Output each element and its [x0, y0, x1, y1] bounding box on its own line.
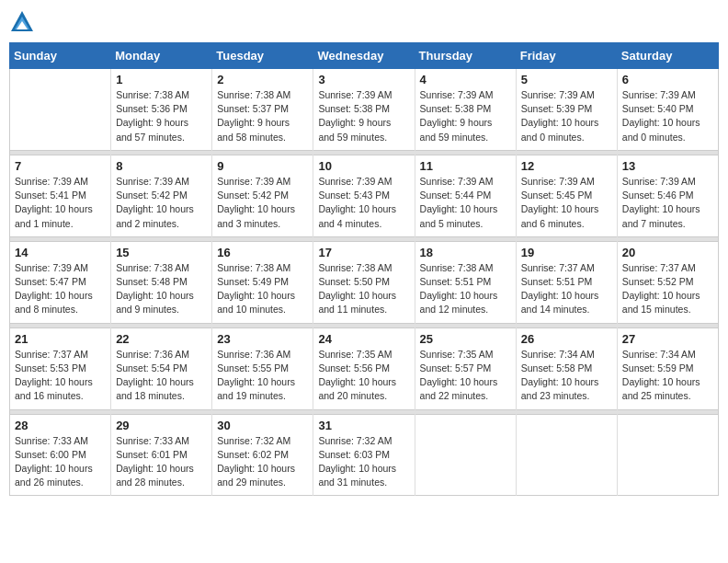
- day-info: Sunrise: 7:39 AMSunset: 5:45 PMDaylight:…: [521, 175, 612, 231]
- day-number: 27: [622, 332, 713, 346]
- day-number: 12: [521, 159, 612, 173]
- day-number: 24: [318, 332, 409, 346]
- calendar-cell: [516, 414, 617, 496]
- calendar-cell: 25Sunrise: 7:35 AMSunset: 5:57 PMDayligh…: [415, 327, 516, 409]
- day-number: 18: [420, 246, 511, 259]
- day-number: 15: [116, 246, 207, 259]
- day-info: Sunrise: 7:35 AMSunset: 5:56 PMDaylight:…: [318, 348, 409, 404]
- day-number: 9: [217, 159, 308, 173]
- calendar-cell: 26Sunrise: 7:34 AMSunset: 5:58 PMDayligh…: [516, 327, 617, 409]
- day-info: Sunrise: 7:38 AMSunset: 5:48 PMDaylight:…: [116, 261, 207, 317]
- day-number: 7: [15, 159, 106, 173]
- day-number: 16: [217, 246, 308, 259]
- day-info: Sunrise: 7:39 AMSunset: 5:39 PMDaylight:…: [521, 88, 612, 144]
- day-info: Sunrise: 7:39 AMSunset: 5:46 PMDaylight:…: [622, 175, 713, 231]
- calendar-cell: 27Sunrise: 7:34 AMSunset: 5:59 PMDayligh…: [617, 327, 718, 409]
- calendar-cell: 28Sunrise: 7:33 AMSunset: 6:00 PMDayligh…: [10, 414, 111, 496]
- day-info: Sunrise: 7:39 AMSunset: 5:40 PMDaylight:…: [622, 88, 713, 144]
- day-number: 14: [15, 246, 106, 259]
- day-number: 4: [420, 73, 511, 86]
- day-number: 2: [217, 73, 308, 86]
- week-row-1: 1Sunrise: 7:38 AMSunset: 5:36 PMDaylight…: [10, 69, 719, 151]
- calendar-cell: [10, 69, 111, 151]
- day-info: Sunrise: 7:39 AMSunset: 5:38 PMDaylight:…: [318, 88, 409, 144]
- day-info: Sunrise: 7:37 AMSunset: 5:51 PMDaylight:…: [521, 261, 612, 317]
- calendar-cell: 3Sunrise: 7:39 AMSunset: 5:38 PMDaylight…: [313, 69, 415, 151]
- day-number: 30: [217, 419, 308, 432]
- day-number: 26: [521, 332, 612, 346]
- calendar-cell: 14Sunrise: 7:39 AMSunset: 5:47 PMDayligh…: [10, 241, 111, 323]
- calendar-cell: 30Sunrise: 7:32 AMSunset: 6:02 PMDayligh…: [212, 414, 313, 496]
- day-info: Sunrise: 7:37 AMSunset: 5:53 PMDaylight:…: [15, 348, 106, 404]
- day-number: 1: [116, 73, 207, 86]
- day-info: Sunrise: 7:32 AMSunset: 6:03 PMDaylight:…: [318, 434, 409, 490]
- day-number: 11: [420, 159, 511, 173]
- day-info: Sunrise: 7:38 AMSunset: 5:50 PMDaylight:…: [318, 261, 409, 317]
- calendar-cell: 12Sunrise: 7:39 AMSunset: 5:45 PMDayligh…: [516, 155, 617, 236]
- calendar-cell: 5Sunrise: 7:39 AMSunset: 5:39 PMDaylight…: [516, 69, 617, 151]
- day-number: 21: [15, 332, 106, 346]
- day-info: Sunrise: 7:32 AMSunset: 6:02 PMDaylight:…: [217, 434, 308, 490]
- week-row-2: 7Sunrise: 7:39 AMSunset: 5:41 PMDaylight…: [10, 155, 719, 236]
- week-row-5: 28Sunrise: 7:33 AMSunset: 6:00 PMDayligh…: [10, 414, 719, 496]
- calendar-cell: 17Sunrise: 7:38 AMSunset: 5:50 PMDayligh…: [313, 241, 415, 323]
- day-number: 20: [622, 246, 713, 259]
- weekday-header-monday: Monday: [111, 43, 212, 69]
- calendar-cell: [617, 414, 718, 496]
- day-info: Sunrise: 7:39 AMSunset: 5:44 PMDaylight:…: [420, 175, 511, 231]
- day-info: Sunrise: 7:38 AMSunset: 5:49 PMDaylight:…: [217, 261, 308, 317]
- calendar-cell: 8Sunrise: 7:39 AMSunset: 5:42 PMDaylight…: [111, 155, 212, 236]
- weekday-header-sunday: Sunday: [10, 43, 111, 69]
- day-number: 13: [622, 159, 713, 173]
- calendar-table: SundayMondayTuesdayWednesdayThursdayFrid…: [9, 42, 719, 496]
- day-number: 19: [521, 246, 612, 259]
- day-info: Sunrise: 7:37 AMSunset: 5:52 PMDaylight:…: [622, 261, 713, 317]
- day-info: Sunrise: 7:36 AMSunset: 5:55 PMDaylight:…: [217, 348, 308, 404]
- day-info: Sunrise: 7:38 AMSunset: 5:51 PMDaylight:…: [420, 261, 511, 317]
- weekday-header-wednesday: Wednesday: [313, 43, 415, 69]
- day-number: 22: [116, 332, 207, 346]
- calendar-cell: 7Sunrise: 7:39 AMSunset: 5:41 PMDaylight…: [10, 155, 111, 236]
- day-number: 8: [116, 159, 207, 173]
- week-row-4: 21Sunrise: 7:37 AMSunset: 5:53 PMDayligh…: [10, 327, 719, 409]
- day-info: Sunrise: 7:34 AMSunset: 5:58 PMDaylight:…: [521, 348, 612, 404]
- calendar-cell: 9Sunrise: 7:39 AMSunset: 5:42 PMDaylight…: [212, 155, 313, 236]
- calendar-cell: [415, 414, 516, 496]
- day-number: 10: [318, 159, 409, 173]
- day-info: Sunrise: 7:33 AMSunset: 6:00 PMDaylight:…: [15, 434, 106, 490]
- calendar-cell: 1Sunrise: 7:38 AMSunset: 5:36 PMDaylight…: [111, 69, 212, 151]
- calendar-cell: 21Sunrise: 7:37 AMSunset: 5:53 PMDayligh…: [10, 327, 111, 409]
- week-row-3: 14Sunrise: 7:39 AMSunset: 5:47 PMDayligh…: [10, 241, 719, 323]
- logo: [9, 9, 39, 35]
- weekday-header-thursday: Thursday: [415, 43, 516, 69]
- calendar-cell: 15Sunrise: 7:38 AMSunset: 5:48 PMDayligh…: [111, 241, 212, 323]
- calendar-cell: 20Sunrise: 7:37 AMSunset: 5:52 PMDayligh…: [617, 241, 718, 323]
- day-number: 25: [420, 332, 511, 346]
- day-number: 5: [521, 73, 612, 86]
- calendar-cell: 22Sunrise: 7:36 AMSunset: 5:54 PMDayligh…: [111, 327, 212, 409]
- day-info: Sunrise: 7:33 AMSunset: 6:01 PMDaylight:…: [116, 434, 207, 490]
- calendar-cell: 23Sunrise: 7:36 AMSunset: 5:55 PMDayligh…: [212, 327, 313, 409]
- calendar-cell: 31Sunrise: 7:32 AMSunset: 6:03 PMDayligh…: [313, 414, 415, 496]
- day-number: 17: [318, 246, 409, 259]
- calendar-cell: 18Sunrise: 7:38 AMSunset: 5:51 PMDayligh…: [415, 241, 516, 323]
- calendar-cell: 16Sunrise: 7:38 AMSunset: 5:49 PMDayligh…: [212, 241, 313, 323]
- day-number: 31: [318, 419, 409, 432]
- page-header: [9, 9, 719, 35]
- weekday-header-tuesday: Tuesday: [212, 43, 313, 69]
- calendar-cell: 6Sunrise: 7:39 AMSunset: 5:40 PMDaylight…: [617, 69, 718, 151]
- day-info: Sunrise: 7:39 AMSunset: 5:47 PMDaylight:…: [15, 261, 106, 317]
- logo-icon: [9, 9, 35, 35]
- day-info: Sunrise: 7:34 AMSunset: 5:59 PMDaylight:…: [622, 348, 713, 404]
- calendar-cell: 2Sunrise: 7:38 AMSunset: 5:37 PMDaylight…: [212, 69, 313, 151]
- calendar-cell: 19Sunrise: 7:37 AMSunset: 5:51 PMDayligh…: [516, 241, 617, 323]
- weekday-header-friday: Friday: [516, 43, 617, 69]
- calendar-cell: 11Sunrise: 7:39 AMSunset: 5:44 PMDayligh…: [415, 155, 516, 236]
- day-info: Sunrise: 7:39 AMSunset: 5:42 PMDaylight:…: [116, 175, 207, 231]
- day-number: 3: [318, 73, 409, 86]
- weekday-header-saturday: Saturday: [617, 43, 718, 69]
- calendar-cell: 10Sunrise: 7:39 AMSunset: 5:43 PMDayligh…: [313, 155, 415, 236]
- calendar-cell: 13Sunrise: 7:39 AMSunset: 5:46 PMDayligh…: [617, 155, 718, 236]
- day-info: Sunrise: 7:38 AMSunset: 5:36 PMDaylight:…: [116, 88, 207, 144]
- calendar-cell: 29Sunrise: 7:33 AMSunset: 6:01 PMDayligh…: [111, 414, 212, 496]
